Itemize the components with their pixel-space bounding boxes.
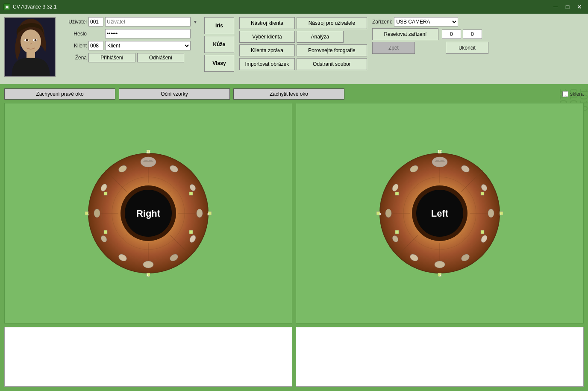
remove-file-button[interactable]: Odstranit soubor: [297, 58, 367, 70]
client-label: Klient: [59, 43, 87, 49]
iris-button[interactable]: Iris: [204, 17, 234, 34]
device-num1-input[interactable]: [442, 29, 461, 39]
content-top-bar: Zachycení pravé oko Oční vzorky Zachytit…: [4, 88, 584, 100]
device-section: Zařízení: USB CAMERA Webcam Camera 2 Res…: [372, 17, 488, 54]
finish-button[interactable]: Ukončit: [446, 42, 488, 54]
left-eye-diagram: Left: [376, 149, 504, 277]
sklera-checkbox[interactable]: [562, 91, 568, 97]
maximize-button[interactable]: □: [562, 3, 573, 11]
device-label: Zařízení:: [372, 19, 392, 25]
window-controls: ─ □ ✕: [550, 3, 585, 11]
left-eye-panel: Left: [296, 103, 584, 323]
capture-right-eye-button[interactable]: Zachycení pravé oko: [4, 88, 115, 100]
gender-label: Žena: [59, 55, 87, 61]
svg-rect-38: [104, 230, 107, 234]
logout-button[interactable]: Odhlášení: [137, 53, 184, 62]
form-section: Uživatel ▼ Heslo Klient Klient Žena: [59, 17, 197, 62]
device-select-row: Zařízení: USB CAMERA Webcam Camera 2: [372, 17, 488, 26]
svg-text:6: 6: [147, 273, 149, 277]
capture-left-eye-button[interactable]: Zachytit levé oko: [233, 88, 344, 100]
import-image-button[interactable]: Importovat obrázek: [239, 58, 295, 70]
main-window: Uživatel ▼ Heslo Klient Klient Žena: [0, 14, 588, 391]
user-tool-button[interactable]: Nástroj pro uživatele: [297, 17, 367, 29]
eye-samples-button[interactable]: Oční vzorky: [119, 88, 230, 100]
nav-buttons-row: Zpět Ukončit: [372, 42, 488, 54]
hair-button[interactable]: Vlasy: [204, 55, 234, 72]
password-input[interactable]: [105, 29, 191, 38]
tool-row-4: Importovat obrázek Odstranit soubor: [239, 58, 367, 70]
user-row: Uživatel ▼: [59, 17, 197, 26]
user-label: Uživatel: [59, 19, 87, 25]
bottom-panel-right: [296, 327, 584, 387]
password-row: Heslo: [59, 29, 197, 38]
svg-rect-73: [481, 192, 484, 195]
password-label: Heslo: [59, 31, 87, 37]
client-row: Klient Klient: [59, 41, 197, 50]
tool-section: Nástroj klienta Nástroj pro uživatele Vý…: [239, 17, 367, 70]
svg-point-25: [197, 209, 203, 218]
title-bar-left: ▣ CV Advance 3.32.1: [3, 3, 57, 10]
reset-device-button[interactable]: Resetovat zařízení: [372, 28, 438, 40]
svg-point-66: [435, 261, 445, 268]
svg-rect-76: [395, 230, 399, 234]
svg-rect-39: [104, 192, 107, 195]
svg-point-6: [26, 39, 28, 41]
app-title: CV Advance 3.32.1: [13, 4, 57, 10]
client-tool-button[interactable]: Nástroj klienta: [239, 17, 295, 29]
svg-text:3: 3: [498, 212, 500, 216]
svg-point-2: [21, 29, 41, 53]
app-icon: ▣: [3, 3, 10, 10]
svg-rect-35: [189, 192, 193, 195]
right-eye-diagram: Right: [84, 149, 212, 277]
action-section: Iris Kůže Vlasy: [204, 17, 234, 72]
skin-button[interactable]: Kůže: [204, 36, 234, 53]
sklera-row: sklera: [562, 91, 584, 97]
user-name-input[interactable]: [105, 17, 191, 26]
svg-text:9: 9: [379, 212, 381, 216]
svg-text:Right: Right: [136, 208, 161, 219]
analysis-button[interactable]: Analýza: [297, 31, 344, 43]
svg-rect-77: [395, 192, 399, 195]
bottom-panel-left: [4, 327, 292, 387]
back-button[interactable]: Zpět: [372, 42, 415, 54]
client-message-button[interactable]: Klienta zpráva: [239, 44, 295, 56]
login-button[interactable]: Přihlášení: [88, 53, 135, 62]
svg-text:6: 6: [438, 273, 441, 277]
svg-text:3: 3: [207, 212, 209, 216]
title-bar: ▣ CV Advance 3.32.1 ─ □ ✕: [0, 0, 588, 14]
svg-text:Left: Left: [431, 208, 449, 219]
device-controls-row: Resetovat zařízení: [372, 28, 488, 40]
client-select[interactable]: Klient: [105, 41, 191, 50]
sklera-label: sklera: [570, 91, 584, 97]
svg-point-31: [94, 209, 100, 218]
svg-point-7: [35, 39, 37, 41]
client-id-input[interactable]: [88, 41, 103, 50]
svg-point-28: [143, 261, 153, 268]
device-dropdown[interactable]: USB CAMERA Webcam Camera 2: [394, 17, 458, 26]
auth-buttons-row: Žena Přihlášení Odhlášení: [59, 53, 197, 62]
svg-rect-36: [189, 230, 193, 234]
compare-photos-button[interactable]: Porovnejte fotografie: [297, 44, 367, 56]
svg-point-63: [488, 209, 494, 218]
tool-row-1: Nástroj klienta Nástroj pro uživatele: [239, 17, 367, 29]
avatar: [4, 17, 56, 77]
client-select-button[interactable]: Výběr klienta: [239, 31, 295, 43]
svg-point-69: [385, 209, 391, 218]
svg-text:12: 12: [438, 149, 442, 153]
tool-row-3: Klienta zpráva Porovnejte fotografie: [239, 44, 367, 56]
avatar-image: [5, 18, 56, 77]
toolbar: Uživatel ▼ Heslo Klient Klient Žena: [0, 14, 588, 84]
tool-row-2: Výběr klienta Analýza: [239, 31, 367, 43]
minimize-button[interactable]: ─: [550, 3, 561, 11]
device-num2-input[interactable]: [463, 29, 482, 39]
close-button[interactable]: ✕: [574, 3, 585, 11]
right-eye-panel: Right: [4, 103, 292, 323]
eye-panels: Right: [4, 103, 584, 323]
svg-text:9: 9: [87, 212, 89, 216]
bottom-panels: [4, 327, 584, 387]
svg-text:12: 12: [146, 149, 150, 153]
svg-rect-74: [481, 230, 484, 234]
user-id-input[interactable]: [88, 17, 103, 26]
content-area: 101001011100 Zachycení pravé oko Oční vz…: [0, 84, 588, 391]
